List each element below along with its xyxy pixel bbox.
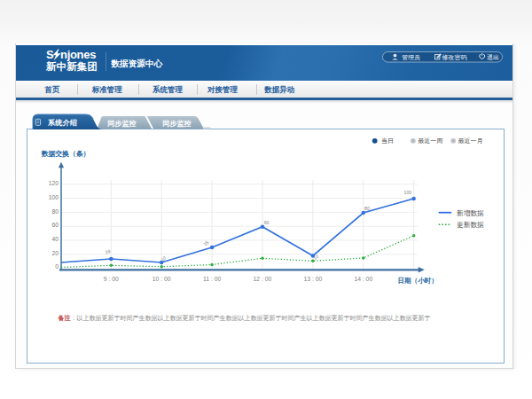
svg-text:10 : 00: 10 : 00	[153, 276, 171, 282]
svg-text:80: 80	[364, 206, 370, 211]
svg-text:11 : 00: 11 : 00	[203, 276, 222, 282]
svg-text:同步监控: 同步监控	[107, 120, 137, 128]
svg-text:80: 80	[51, 208, 59, 215]
svg-text:100: 100	[49, 194, 59, 200]
svg-text:120: 120	[49, 180, 59, 186]
svg-text:100: 100	[404, 190, 412, 195]
svg-text:13 : 00: 13 : 00	[304, 276, 323, 282]
svg-text:新增数据: 新增数据	[457, 209, 484, 217]
svg-text:最近一月: 最近一月	[458, 137, 483, 145]
svg-text:40: 40	[51, 236, 59, 242]
svg-text:日期（小时）: 日期（小时）	[397, 277, 438, 285]
svg-text:0: 0	[55, 263, 59, 270]
svg-text:12 : 00: 12 : 00	[254, 276, 272, 282]
svg-text:数据交换（条）: 数据交换（条）	[41, 150, 90, 158]
svg-text:系统介绍: 系统介绍	[47, 118, 77, 127]
svg-text:更新数据: 更新数据	[457, 221, 484, 229]
svg-text:最近一周: 最近一周	[418, 137, 442, 144]
svg-text:14 : 00: 14 : 00	[354, 276, 372, 282]
svg-text:20: 20	[51, 250, 59, 256]
svg-text:18: 18	[105, 248, 111, 254]
svg-text:60: 60	[51, 222, 59, 228]
svg-text:9 : 00: 9 : 00	[104, 276, 119, 282]
svg-text:同步监控: 同步监控	[162, 120, 192, 128]
svg-text:60: 60	[264, 220, 270, 225]
svg-text:当日: 当日	[381, 137, 394, 145]
